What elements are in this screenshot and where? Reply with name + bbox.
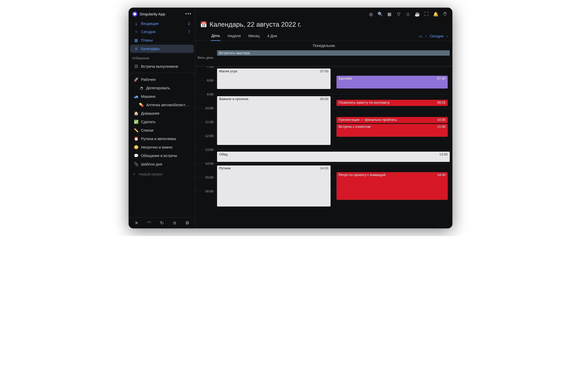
sidebar-item-label: Обещания и встречи <box>141 154 190 158</box>
event-time: 13:00 <box>439 152 448 156</box>
plus-icon: ＋ <box>132 172 136 177</box>
hour-label: 13:00 <box>195 148 216 152</box>
event-title: Рутина <box>219 166 230 170</box>
sidebar-fav-heading: Избранное <box>129 54 195 62</box>
target-icon[interactable]: ◎ <box>368 11 374 17</box>
sidebar-project-item[interactable]: ✅ Сделать <box>130 118 194 126</box>
next-day-icon[interactable]: › <box>446 34 448 38</box>
project-icon: 😳 <box>134 145 138 150</box>
sidebar-item[interactable]: ▦ Планы <box>130 36 194 44</box>
sidebar-project-item[interactable]: 🏠 Домашнее <box>130 109 194 117</box>
sidebar-item[interactable]: ☆ Сегодня 7 <box>130 28 194 36</box>
day-header: Понедельник <box>195 41 452 49</box>
sidebar-project-item[interactable]: 😳 Несрочно и важно <box>130 143 194 151</box>
sidebar-project-item[interactable]: ⏰ Рутина и мелочевка <box>130 135 194 143</box>
hour-gutter-row: 13:00 <box>195 150 216 163</box>
tab-4days[interactable]: 4 Дня <box>267 32 278 41</box>
sidebar-item-label: Рабочее <box>141 77 190 82</box>
sidebar-item-label: Сделать <box>141 120 190 124</box>
sidebar-project-child[interactable]: 💊 Аптечка автомобилиста: о... <box>130 101 194 109</box>
checkbox-icon: ☑ <box>134 64 138 69</box>
sidebar-item-label: Сегодня <box>141 30 185 34</box>
allday-row: Весь день Встретить мастера <box>195 49 452 66</box>
hour-gutter-row: 9:00 <box>195 94 216 108</box>
today-button[interactable]: Сегодня <box>430 34 444 38</box>
hour-label: 15:00 <box>195 175 216 179</box>
sidebar-item-label: Входящие <box>141 22 185 26</box>
hour-label: 16:00 <box>195 189 216 193</box>
hour-gutter-row: 14:00 <box>195 163 216 177</box>
tab-week[interactable]: Неделя <box>227 32 241 41</box>
view-tabs: День Неделя Месяц 4 Дня ▭ ‹ Сегодня › <box>195 30 452 41</box>
coffee-icon[interactable]: ☕ <box>414 11 420 17</box>
sidebar: Singularity App ••• ⭳ Входящие 2☆ Сегодн… <box>129 8 195 228</box>
event-title: Ретро по проекту с командой <box>339 173 386 177</box>
sidebar-footer: ✕ ◠ ↻ ⧈ ⚙ <box>129 217 195 228</box>
event-title: Встреча с клиентом <box>339 125 371 129</box>
calendar-event[interactable]: Бассейн 07:30 <box>336 76 447 89</box>
sidebar-project-item[interactable]: 🚙 Машина <box>130 92 194 101</box>
calendar-event[interactable]: Презентация — финально пройтись 10:30 <box>336 117 447 123</box>
calendar-clock-icon: 📅 <box>200 21 207 28</box>
hour-gutter-row: 10:00 <box>195 108 216 122</box>
hour-label: 11:00 <box>195 120 216 124</box>
hour-gutter-row: 7:00 <box>195 66 216 80</box>
allday-event[interactable]: Встретить мастера <box>217 50 450 56</box>
event-title: Презентация — финально пройтись <box>339 118 397 122</box>
sidebar-item[interactable]: ⭳ Входящие 2 <box>130 19 194 27</box>
calendar-event[interactable]: Важное и срочное 09:00 <box>217 96 331 145</box>
hour-label: 10:00 <box>195 106 216 110</box>
shuffle-icon[interactable]: ✕ <box>133 220 140 226</box>
tabs-right: ▭ ‹ Сегодня › <box>419 34 448 38</box>
event-time: 14:30 <box>437 173 446 177</box>
date-picker-icon[interactable]: ▭ <box>419 34 422 38</box>
sidebar-header: Singularity App ••• <box>129 8 195 19</box>
calendar-scroll[interactable]: 7:008:009:0010:0011:0012:0013:0014:0015:… <box>195 66 452 228</box>
sidebar-more-icon[interactable]: ••• <box>185 11 192 17</box>
prev-day-icon[interactable]: ‹ <box>425 34 427 38</box>
sidebar-item-icon: ☆ <box>134 30 138 34</box>
calendar-event[interactable]: Позвонить юристу по контракту 09:15 <box>336 100 447 106</box>
event-title: Обед <box>219 152 228 156</box>
calendar-event[interactable]: Встреча с клиентом 11:00 <box>336 124 447 137</box>
calendar-event[interactable]: Ретро по проекту с командой 14:30 <box>336 172 447 200</box>
rainbow-icon[interactable]: ◠ <box>146 220 153 226</box>
calendar-event[interactable]: Обед 13:00 <box>217 152 450 162</box>
tab-day[interactable]: День <box>211 32 220 41</box>
allday-events: Встретить мастера <box>216 49 452 66</box>
archive-icon[interactable]: ⧈ <box>171 220 178 226</box>
event-time: 14:00 <box>320 166 329 170</box>
search-icon[interactable]: 🔍 <box>377 11 383 17</box>
app-title: Singularity App <box>139 12 185 16</box>
add-project-button[interactable]: ＋ Новый проект <box>129 169 195 179</box>
settings-icon[interactable]: ⚙ <box>184 220 191 226</box>
stopwatch-icon[interactable]: ⏱ <box>442 11 448 17</box>
filter-icon[interactable]: ▽ <box>396 11 401 17</box>
project-icon: 🚀 <box>134 77 138 82</box>
calendar-event[interactable]: Рутина 14:00 <box>217 165 331 207</box>
sidebar-project-item[interactable]: 📎 Шаблон дня <box>130 160 194 168</box>
sidebar-project-item[interactable]: 🚀 Рабочее <box>130 75 194 84</box>
event-title: Магия утра <box>219 69 237 73</box>
sidebar-favorite-item[interactable]: ☑ Встреча выпускников <box>130 62 194 71</box>
sidebar-item-icon: ⧖ <box>134 46 138 51</box>
history-icon[interactable]: ↻ <box>158 220 165 226</box>
child-icon: 💊 <box>139 103 144 107</box>
tag-icon[interactable]: ◇ <box>405 11 411 17</box>
project-icon: 🏠 <box>134 111 138 116</box>
sidebar-item[interactable]: ⧖ Календарь <box>130 45 194 53</box>
event-title: Позвонить юристу по контракту <box>339 101 389 104</box>
sidebar-item-label: Аптечка автомобилиста: о... <box>146 103 190 107</box>
calendar-event[interactable]: Магия утра 07:00 <box>217 68 331 89</box>
hour-label: 9:00 <box>195 92 216 96</box>
calendar-grid-icon[interactable]: ▦ <box>387 11 392 17</box>
bell-icon[interactable]: 🔔 <box>433 11 438 17</box>
events-layer: Магия утра 07:00Важное и срочное 09:00Об… <box>216 66 452 205</box>
sidebar-project-item[interactable]: 💬 Обещания и встречи <box>130 152 194 160</box>
sidebar-project-item[interactable]: ✏️ Списки <box>130 126 194 134</box>
sidebar-project-child[interactable]: ◔ Делегировать <box>130 84 194 92</box>
focus-icon[interactable]: ⛶ <box>424 11 429 17</box>
tab-month[interactable]: Месяц <box>248 32 260 41</box>
sidebar-item-icon: ⭳ <box>134 21 138 26</box>
project-icon: 📎 <box>134 162 138 166</box>
